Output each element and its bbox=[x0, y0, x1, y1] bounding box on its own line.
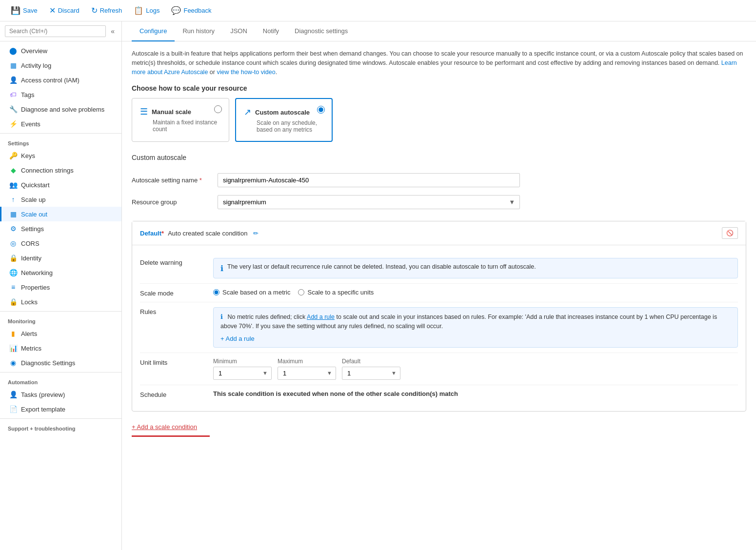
scale-up-icon: ↑ bbox=[9, 196, 17, 203]
discard-label: Discard bbox=[58, 7, 80, 14]
manual-scale-radio-wrapper[interactable] bbox=[214, 105, 222, 115]
sidebar-item-keys[interactable]: 🔑 Keys bbox=[0, 148, 121, 163]
support-divider bbox=[0, 418, 121, 419]
scale-metric-label: Scale based on a metric bbox=[222, 289, 290, 296]
sidebar-item-connection-strings[interactable]: ◆ Connection strings bbox=[0, 163, 121, 177]
maximum-select-wrapper: 1 ▼ bbox=[278, 367, 336, 380]
scale-out-icon: ▦ bbox=[9, 210, 17, 218]
autoscale-name-input[interactable] bbox=[218, 173, 520, 187]
sidebar-item-alerts[interactable]: ▮ Alerts bbox=[0, 326, 121, 341]
add-a-rule-link[interactable]: Add a rule bbox=[307, 314, 335, 320]
sidebar-item-label: Activity log bbox=[21, 62, 51, 69]
default-select[interactable]: 1 bbox=[342, 367, 400, 380]
edit-condition-icon[interactable]: ✏ bbox=[253, 230, 259, 237]
sidebar-item-networking[interactable]: 🌐 Networking bbox=[0, 265, 121, 280]
automation-section-title: Automation bbox=[0, 374, 121, 387]
sidebar-item-cors[interactable]: ◎ CORS bbox=[0, 236, 121, 251]
sidebar-item-diagnostic-settings[interactable]: ◉ Diagnostic Settings bbox=[0, 355, 121, 370]
sidebar-item-label: Metrics bbox=[21, 345, 41, 352]
sidebar-item-export-template[interactable]: 📄 Export template bbox=[0, 402, 121, 416]
sidebar-item-identity[interactable]: 🔒 Identity bbox=[0, 251, 121, 265]
default-select-wrapper: 1 ▼ bbox=[342, 367, 400, 380]
search-box: « bbox=[0, 21, 121, 41]
sidebar-item-tags[interactable]: 🏷 Tags bbox=[0, 87, 121, 102]
minimum-select[interactable]: 1 bbox=[213, 367, 272, 380]
sidebar-item-activity-log[interactable]: ▦ Activity log bbox=[0, 58, 121, 73]
scale-units-option[interactable]: Scale to a specific units bbox=[298, 289, 374, 296]
sidebar-item-access-control[interactable]: 👤 Access control (IAM) bbox=[0, 73, 121, 87]
resource-group-select-wrapper: signalrpremium ▼ bbox=[218, 195, 520, 209]
view-how-to-link[interactable]: view the how-to video bbox=[217, 69, 275, 76]
settings-icon: ⚙ bbox=[9, 225, 17, 233]
keys-icon: 🔑 bbox=[9, 152, 17, 159]
scale-units-radio[interactable] bbox=[298, 289, 304, 295]
add-rule-link[interactable]: + Add a rule bbox=[220, 335, 731, 342]
add-scale-condition-button[interactable]: + Add a scale condition bbox=[132, 419, 197, 434]
sidebar-item-scale-out[interactable]: ▦ Scale out bbox=[0, 207, 121, 221]
sidebar-item-events[interactable]: ⚡ Events bbox=[0, 117, 121, 131]
collapse-button[interactable]: « bbox=[109, 25, 117, 37]
sidebar-item-scale-up[interactable]: ↑ Scale up bbox=[0, 192, 121, 207]
sidebar-item-label: Properties bbox=[21, 284, 50, 291]
manual-scale-card[interactable]: ☰ Manual scale Maintain a fixed instance… bbox=[132, 98, 229, 142]
custom-autoscale-card[interactable]: ↗ Custom autoscale Scale on any schedule… bbox=[235, 98, 333, 142]
resource-group-select[interactable]: signalrpremium bbox=[218, 195, 520, 209]
diagnose-icon: 🔧 bbox=[9, 105, 17, 113]
discard-button[interactable]: ✕ Discard bbox=[44, 4, 84, 17]
tab-json[interactable]: JSON bbox=[222, 21, 255, 41]
scale-mode-row: Scale mode Scale based on a metric Scale… bbox=[140, 284, 738, 302]
delete-warning-box: ℹ The very last or default recurrence ru… bbox=[213, 258, 738, 278]
tab-run-history[interactable]: Run history bbox=[175, 21, 222, 41]
delete-condition-button[interactable]: 🚫 bbox=[722, 227, 738, 239]
minimum-group: Minimum 1 ▼ bbox=[213, 358, 272, 380]
save-button[interactable]: 💾 Save bbox=[6, 4, 42, 17]
settings-divider bbox=[0, 133, 121, 134]
sidebar-item-properties[interactable]: ≡ Properties bbox=[0, 280, 121, 295]
sidebar-item-label: Events bbox=[21, 120, 40, 128]
refresh-icon: ↻ bbox=[91, 6, 98, 15]
tab-notify[interactable]: Notify bbox=[255, 21, 287, 41]
required-star: * bbox=[199, 177, 202, 184]
maximum-select[interactable]: 1 bbox=[278, 367, 336, 380]
scale-mode-label: Scale mode bbox=[140, 289, 203, 297]
custom-autoscale-radio-wrapper[interactable] bbox=[317, 106, 325, 115]
save-label: Save bbox=[23, 7, 38, 14]
sidebar-item-overview[interactable]: ⬤ Overview bbox=[0, 43, 121, 58]
scale-mode-radio-group: Scale based on a metric Scale to a speci… bbox=[213, 289, 738, 296]
rules-text: ℹ No metric rules defined; click Add a r… bbox=[220, 313, 731, 331]
access-control-icon: 👤 bbox=[9, 76, 17, 84]
sidebar-item-label: Alerts bbox=[21, 330, 37, 337]
maximum-group: Maximum 1 ▼ bbox=[278, 358, 336, 380]
resource-group-label: Resource group bbox=[132, 198, 210, 206]
schedule-label: Schedule bbox=[140, 390, 203, 398]
content-body: Autoscale is a built-in feature that hel… bbox=[122, 41, 756, 445]
scale-metric-radio[interactable] bbox=[213, 289, 219, 295]
rules-box: ℹ No metric rules defined; click Add a r… bbox=[213, 307, 738, 348]
logs-button[interactable]: 📋 Logs bbox=[129, 4, 164, 17]
diagnostic-settings-icon: ◉ bbox=[9, 359, 17, 367]
refresh-label: Refresh bbox=[100, 7, 122, 14]
quickstart-icon: 👥 bbox=[9, 181, 17, 189]
tab-configure[interactable]: Configure bbox=[132, 21, 175, 41]
tab-diagnostic-settings[interactable]: Diagnostic settings bbox=[287, 21, 356, 41]
search-input[interactable] bbox=[5, 25, 106, 37]
scale-metric-option[interactable]: Scale based on a metric bbox=[213, 289, 290, 296]
delete-warning-row: Delete warning ℹ The very last or defaul… bbox=[140, 253, 738, 284]
support-section-title: Support + troubleshooting bbox=[0, 421, 121, 433]
sidebar-item-metrics[interactable]: 📊 Metrics bbox=[0, 341, 121, 355]
settings-section-title: Settings bbox=[0, 136, 121, 148]
sidebar-item-tasks[interactable]: 👤 Tasks (preview) bbox=[0, 387, 121, 402]
manual-scale-radio[interactable] bbox=[214, 105, 222, 113]
sidebar-item-diagnose[interactable]: 🔧 Diagnose and solve problems bbox=[0, 102, 121, 117]
unit-limits-label: Unit limits bbox=[140, 358, 203, 366]
refresh-button[interactable]: ↻ Refresh bbox=[86, 4, 127, 17]
condition-header: Default* Auto created scale condition ✏ … bbox=[132, 221, 746, 245]
condition-body: Delete warning ℹ The very last or defaul… bbox=[132, 245, 746, 411]
sidebar-item-settings[interactable]: ⚙ Settings bbox=[0, 221, 121, 236]
sidebar-item-locks[interactable]: 🔒 Locks bbox=[0, 295, 121, 309]
custom-autoscale-section-label: Custom autoscale bbox=[132, 154, 746, 161]
tags-icon: 🏷 bbox=[9, 91, 17, 98]
feedback-button[interactable]: 💬 Feedback bbox=[166, 4, 216, 17]
custom-autoscale-radio[interactable] bbox=[317, 106, 325, 114]
sidebar-item-quickstart[interactable]: 👥 Quickstart bbox=[0, 177, 121, 192]
